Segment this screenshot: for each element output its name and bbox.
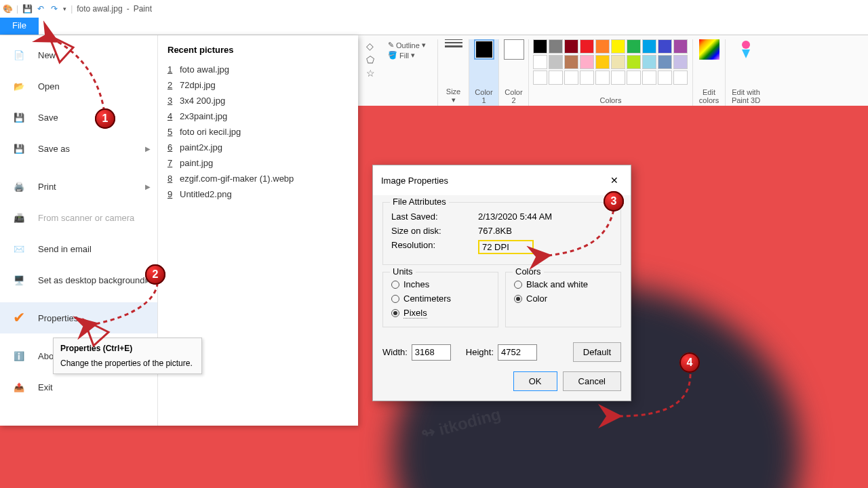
save-icon[interactable]: 💾 <box>22 4 32 14</box>
saveas-icon: 💾 <box>9 139 28 158</box>
edit-colors-icon[interactable] <box>699 39 719 60</box>
desktop-icon: 🖥️ <box>9 270 28 289</box>
exit-icon: 📤 <box>9 378 28 396</box>
menu-scanner: 📠From scanner or camera <box>0 202 157 233</box>
menu-desktop[interactable]: 🖥️Set as desktop background▶ <box>0 264 157 296</box>
svg-point-0 <box>742 41 750 49</box>
menu-open[interactable]: 📂Open <box>0 70 157 102</box>
undo-icon[interactable]: ↶ <box>36 4 45 14</box>
fill-button[interactable]: 🪣 Fill ▾ <box>388 51 415 60</box>
menu-exit[interactable]: 📤Exit <box>0 371 157 403</box>
app-icon: 🎨 <box>3 4 12 14</box>
recent-item[interactable]: 33x4 200.jpg <box>167 93 349 108</box>
menu-print[interactable]: 🖨️Print▶ <box>0 171 157 202</box>
properties-tooltip: Properties (Ctrl+E) Change the propertie… <box>53 338 202 374</box>
default-button[interactable]: Default <box>573 342 621 362</box>
paint3d-icon[interactable] <box>738 39 754 60</box>
annotation-1: 1 <box>95 108 115 129</box>
scanner-icon: 📠 <box>9 208 28 227</box>
recent-item[interactable]: 272dpi.jpg <box>167 77 349 93</box>
shapes-icons[interactable]: ◇⬠☆ <box>366 39 375 79</box>
menu-saveas[interactable]: 💾Save as▶ <box>0 133 157 164</box>
recent-item[interactable]: 1foto awal.jpg <box>167 62 349 77</box>
dialog-close-button[interactable]: ✕ <box>606 172 623 188</box>
recent-item[interactable]: 8ezgif.com-gif-maker (1).webp <box>167 171 349 186</box>
colors-bw[interactable]: Black and white <box>514 279 612 289</box>
recent-item[interactable]: 5foto ori kecil.jpg <box>167 124 349 140</box>
redo-icon[interactable]: ↷ <box>50 4 59 14</box>
image-properties-dialog: Image Properties ✕ File Attributes Last … <box>372 165 631 401</box>
title-bar: 🎨 | 💾 ↶ ↷ ▾ | foto awal.jpg - Paint <box>0 0 868 18</box>
email-icon: ✉️ <box>9 239 28 258</box>
height-input[interactable] <box>498 344 537 361</box>
menu-new[interactable]: 📄New <box>0 39 157 70</box>
recent-item[interactable]: 9Untitled2.png <box>167 186 349 202</box>
about-icon: ℹ️ <box>9 346 28 365</box>
units-inches[interactable]: Inches <box>391 279 490 289</box>
window-app: Paint <box>134 4 152 14</box>
colors-color[interactable]: Color <box>514 293 612 304</box>
menu-properties[interactable]: ✔Properties <box>0 302 157 333</box>
recent-item[interactable]: 7paint.jpg <box>167 155 349 171</box>
size-button[interactable] <box>445 39 462 47</box>
units-pixels[interactable]: Pixels <box>391 308 490 319</box>
open-icon: 📂 <box>9 77 28 96</box>
menu-email[interactable]: ✉️Send in email <box>0 233 157 264</box>
dialog-title: Image Properties <box>381 176 448 186</box>
color-palette[interactable] <box>533 39 688 85</box>
cancel-button[interactable]: Cancel <box>563 371 621 391</box>
recent-header: Recent pictures <box>167 45 349 55</box>
outline-button[interactable]: ✎ Outline ▾ <box>388 41 426 49</box>
ok-button[interactable]: OK <box>513 371 557 391</box>
save-icon: 💾 <box>9 108 28 127</box>
print-icon: 🖨️ <box>9 177 28 196</box>
annotation-2: 2 <box>145 264 165 285</box>
file-menu-button[interactable]: File <box>0 18 39 35</box>
menu-save[interactable]: 💾Save <box>0 102 157 133</box>
color1-well[interactable] <box>474 39 494 60</box>
menu-bar: File <box>0 18 868 35</box>
ribbon: ◇⬠☆ ✎ Outline ▾ 🪣 Fill ▾ Size▾ Color 1 C… <box>358 35 868 106</box>
annotation-4: 4 <box>679 352 700 373</box>
units-cm[interactable]: Centimeters <box>391 293 490 304</box>
annotation-3: 3 <box>604 191 624 211</box>
recent-item[interactable]: 42x3paint.jpg <box>167 108 349 124</box>
recent-item[interactable]: 6paint2x.jpg <box>167 140 349 155</box>
color2-well[interactable] <box>504 39 524 60</box>
window-filename: foto awal.jpg <box>77 4 122 14</box>
new-icon: 📄 <box>9 45 28 64</box>
width-input[interactable] <box>412 344 451 361</box>
resolution-value: 72 DPI <box>478 240 534 254</box>
properties-icon: ✔ <box>9 308 28 327</box>
